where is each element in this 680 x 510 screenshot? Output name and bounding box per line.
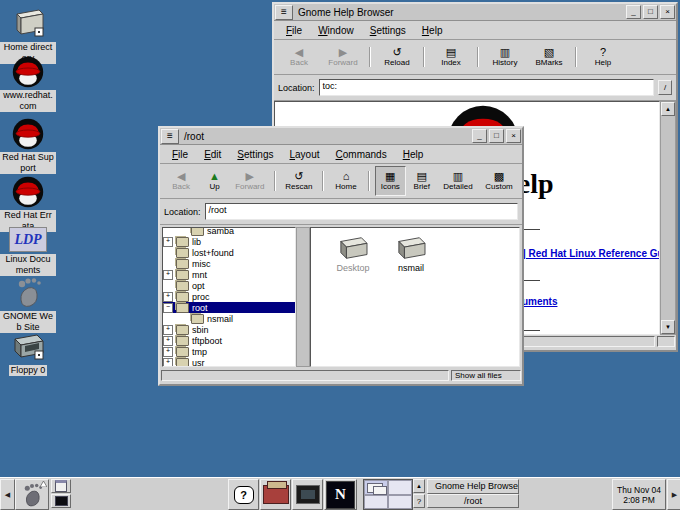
tree-row[interactable]: nsmail <box>163 313 295 324</box>
menu-window[interactable]: Window <box>310 23 362 38</box>
custom-view-button[interactable]: ▩ Custom <box>480 166 518 196</box>
tree-scrollbar[interactable] <box>296 227 310 367</box>
menu-edit[interactable]: Edit <box>196 147 229 162</box>
desktop-icon-linux-documents[interactable]: LDP Linux Documents <box>0 227 56 276</box>
menu-commands[interactable]: Commands <box>328 147 395 162</box>
tree-row[interactable]: lost+found <box>163 247 295 258</box>
expand-icon[interactable]: + <box>163 358 173 368</box>
history-button[interactable]: ▥ History <box>484 42 526 72</box>
desktop-icon-red-hat-support[interactable]: Red Hat Support <box>0 118 56 174</box>
file-item-nsmail[interactable]: nsmail <box>383 234 439 273</box>
icons-view-button[interactable]: ▦ Icons <box>375 166 405 196</box>
desktop-2-cell[interactable] <box>388 480 412 495</box>
menu-popup-arrow-icon <box>40 481 47 487</box>
history-icon: ▥ <box>500 47 510 58</box>
home-button[interactable]: ⌂ Home <box>329 166 363 196</box>
file-item-desktop[interactable]: Desktop <box>325 234 381 273</box>
forward-button[interactable]: ▶ Forward <box>322 42 364 72</box>
tree-row[interactable]: + tftpboot <box>163 335 295 346</box>
scrollbar-track[interactable] <box>661 116 675 320</box>
resize-grip[interactable] <box>657 336 675 347</box>
index-button[interactable]: ▤ Index <box>430 42 472 72</box>
clock-time: 2:08 PM <box>623 495 655 505</box>
tree-row[interactable]: + usr <box>163 357 295 367</box>
task-help-browser[interactable]: Gnome Help Browser <box>427 479 519 494</box>
desk-guide-help-button[interactable]: ? <box>413 494 425 508</box>
mini-launcher-window[interactable] <box>51 479 71 493</box>
expand-icon[interactable]: + <box>163 270 173 280</box>
bmarks-button[interactable]: ▧ BMarks <box>528 42 570 72</box>
config-tool-launcher[interactable] <box>260 479 291 510</box>
brief-view-button[interactable]: ▤ Brief <box>408 166 437 196</box>
tree-row[interactable]: + proc <box>163 291 295 302</box>
menu-file[interactable]: File <box>278 23 310 38</box>
tree-row[interactable]: + sbin <box>163 324 295 335</box>
close-button[interactable]: × <box>660 5 675 19</box>
tree-row[interactable]: + mnt <box>163 269 295 280</box>
expand-icon[interactable]: + <box>163 347 173 357</box>
detailed-view-button[interactable]: ▥ Detailed <box>438 166 478 196</box>
mini-launcher-screen[interactable] <box>51 494 71 508</box>
maximize-button[interactable]: □ <box>643 5 658 19</box>
menu-layout[interactable]: Layout <box>282 147 328 162</box>
desktop-4-cell[interactable] <box>388 495 412 510</box>
menu-help[interactable]: Help <box>395 147 432 162</box>
location-input[interactable]: toc: <box>319 79 654 96</box>
desktop-3-cell[interactable] <box>364 495 388 510</box>
panel-hide-right-button[interactable]: ▶ <box>667 479 680 510</box>
fm-titlebar[interactable]: ≡ /root _ □ × <box>160 128 522 145</box>
tree-row[interactable]: + lib <box>163 236 295 247</box>
desk-guide-arrow-button[interactable]: ▲ <box>413 479 425 493</box>
location-input[interactable]: /root <box>205 203 518 220</box>
maximize-button[interactable]: □ <box>489 129 504 143</box>
file-icon-pane[interactable]: Desktop nsmail <box>310 227 520 367</box>
desktop-1-cell[interactable] <box>364 480 388 495</box>
forward-button[interactable]: ▶ Forward <box>231 166 269 196</box>
help-launcher[interactable]: ? <box>228 479 259 510</box>
expand-icon[interactable]: + <box>163 237 173 247</box>
clock-applet[interactable]: Thu Nov 04 2:08 PM <box>612 479 666 510</box>
menu-settings[interactable]: Settings <box>362 23 414 38</box>
scroll-up-icon[interactable]: ▲ <box>661 102 675 116</box>
desktop-icon-www-redhat-com[interactable]: www.redhat.com <box>0 56 56 112</box>
rescan-button[interactable]: ↺ Rescan <box>281 166 317 196</box>
menu-file[interactable]: File <box>164 147 196 162</box>
menu-help[interactable]: Help <box>414 23 451 38</box>
tree-row[interactable]: samba <box>163 227 295 236</box>
expand-icon[interactable]: + <box>163 336 173 346</box>
tree-label: nsmail <box>207 314 233 324</box>
help-button[interactable]: ? Help <box>582 42 624 72</box>
up-button[interactable]: ▲ Up <box>200 166 229 196</box>
back-button[interactable]: ◀ Back <box>278 42 320 72</box>
back-button[interactable]: ◀ Back <box>164 166 198 196</box>
vertical-scrollbar[interactable]: ▲ ▼ <box>660 101 676 335</box>
main-menu-button[interactable] <box>15 479 49 510</box>
window-menu-icon[interactable]: ≡ <box>161 129 179 144</box>
expand-icon[interactable]: + <box>163 292 173 302</box>
location-dropdown-button[interactable]: / <box>658 80 672 95</box>
desktop-icon-floppy-0[interactable]: Floppy 0 <box>0 333 56 376</box>
window-menu-icon[interactable]: ≡ <box>275 5 293 20</box>
reference-guide-link[interactable]: | Red Hat Linux Reference Guide <box>523 248 660 259</box>
forward-icon: ▶ <box>339 47 347 58</box>
tree-row[interactable]: misc <box>163 258 295 269</box>
close-button[interactable]: × <box>506 129 521 143</box>
menu-settings[interactable]: Settings <box>229 147 281 162</box>
scroll-down-icon[interactable]: ▼ <box>661 320 675 334</box>
minimize-button[interactable]: _ <box>472 129 487 143</box>
tree-row-selected[interactable]: − root <box>163 302 295 313</box>
netscape-launcher[interactable]: N <box>324 479 357 510</box>
panel-hide-left-button[interactable]: ◀ <box>0 479 15 510</box>
desktop-icon-gnome-web-site[interactable]: GNOME Web Site <box>0 276 56 333</box>
desktop-icon-red-hat-errata[interactable]: Red Hat Errata <box>0 176 56 232</box>
reload-button[interactable]: ↺ Reload <box>376 42 418 72</box>
tree-row[interactable]: opt <box>163 280 295 291</box>
terminal-launcher[interactable] <box>292 479 323 510</box>
collapse-icon[interactable]: − <box>163 303 173 313</box>
redhat-logo-icon <box>12 56 44 88</box>
help-titlebar[interactable]: ≡ Gnome Help Browser _ □ × <box>274 4 676 21</box>
minimize-button[interactable]: _ <box>626 5 641 19</box>
expand-icon[interactable]: + <box>163 325 173 335</box>
task-root-window[interactable]: /root <box>427 494 519 509</box>
tree-row[interactable]: + tmp <box>163 346 295 357</box>
